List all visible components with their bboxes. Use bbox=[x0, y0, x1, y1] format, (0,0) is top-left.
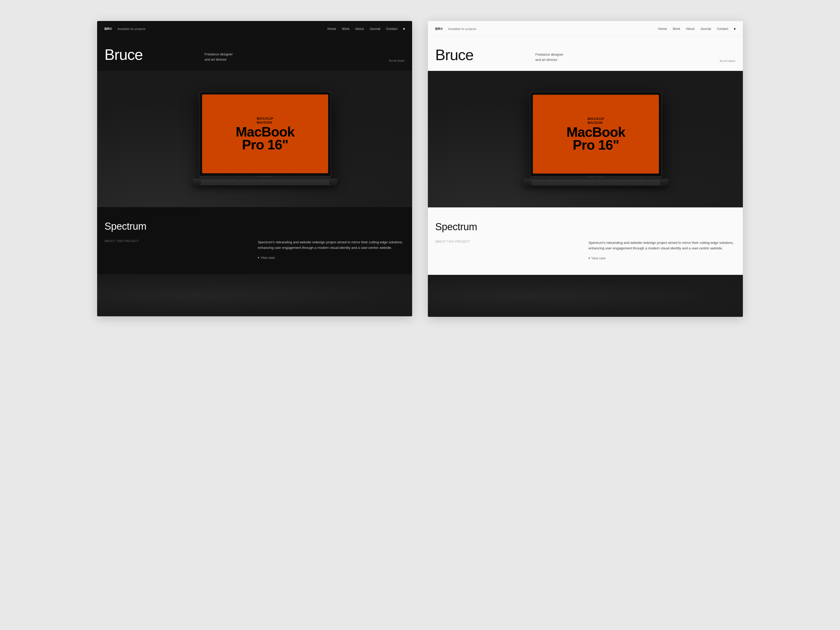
hero-light: Bruce Freelance designer and art directo… bbox=[428, 37, 743, 71]
nav-about-dark[interactable]: About bbox=[355, 27, 364, 31]
nav-work-dark[interactable]: Work bbox=[342, 27, 350, 31]
navbar-light: BR© Available for projects Home Work Abo… bbox=[428, 21, 743, 37]
laptop-keyboard-dark bbox=[201, 180, 330, 185]
laptop-screen-inner-light: MockupMaison MacBook Pro 16" bbox=[533, 95, 659, 174]
mockup-brand-dark: MockupMaison bbox=[257, 117, 273, 125]
laptop-base-dark bbox=[193, 178, 337, 186]
hero-dark: Bruce Freelance designer and art directo… bbox=[97, 36, 412, 71]
badge-light: Available for projects bbox=[448, 27, 477, 30]
scroll-hint-dark: Scroll down bbox=[305, 59, 405, 62]
laptop-keyboard-light bbox=[532, 180, 660, 185]
project-desc-light: Spectrum's rebranding and website redesi… bbox=[589, 240, 736, 251]
project-about-col-dark: About this project bbox=[104, 239, 251, 243]
nav-status-dot-light bbox=[734, 28, 736, 30]
hero-name-light: Bruce bbox=[435, 47, 535, 63]
mockup-title2-dark: Pro 16" bbox=[242, 138, 288, 151]
dark-card: BR© Available for projects Home Work Abo… bbox=[97, 21, 412, 316]
project-name-dark: Spectrum bbox=[104, 221, 405, 232]
light-card: BR© Available for projects Home Work Abo… bbox=[428, 21, 743, 317]
hero-subtitle-light: Freelance designer and art director bbox=[535, 52, 635, 63]
view-case-dot-dark bbox=[258, 257, 259, 258]
nav-status-dot-dark bbox=[403, 28, 405, 30]
badge-dark: Available for projects bbox=[118, 27, 146, 30]
project-desc-dark: Spectrum's rebranding and website redesi… bbox=[258, 239, 405, 251]
nav-about-light[interactable]: About bbox=[686, 27, 695, 31]
laptop-screen-inner-dark: MockupMaison MacBook Pro 16" bbox=[202, 95, 328, 173]
laptop-hinge-light bbox=[530, 176, 662, 179]
mockup-title2-light: Pro 16" bbox=[573, 139, 619, 152]
nav-contact-dark[interactable]: Contact bbox=[386, 27, 398, 31]
laptop-light: MockupMaison MacBook Pro 16" bbox=[530, 92, 662, 186]
nav-links-light: Home Work About Journal Contact bbox=[658, 27, 736, 31]
project-meta-row-dark: About this project Spectrum's rebranding… bbox=[104, 239, 405, 260]
navbar-dark: BR© Available for projects Home Work Abo… bbox=[97, 21, 412, 36]
mockup-brand-light: MockupMaison bbox=[587, 117, 604, 125]
mockup-title-dark: MacBook bbox=[236, 125, 295, 138]
laptop-screen-outer-dark: MockupMaison MacBook Pro 16" bbox=[199, 92, 331, 176]
bottom-strip-light bbox=[428, 275, 743, 317]
laptop-hinge-dark bbox=[199, 176, 331, 178]
mockup-bg-light: MockupMaison MacBook Pro 16" bbox=[428, 71, 743, 207]
nav-journal-dark[interactable]: Journal bbox=[369, 27, 381, 31]
laptop-screen-outer-light: MockupMaison MacBook Pro 16" bbox=[530, 92, 662, 176]
hero-name-dark: Bruce bbox=[104, 47, 204, 62]
bottom-shadow-light2 bbox=[428, 275, 743, 317]
project-meta-row-light: About this project Spectrum's rebranding… bbox=[435, 240, 736, 260]
nav-work-light[interactable]: Work bbox=[673, 27, 681, 31]
logo-light: BR© bbox=[435, 27, 443, 31]
mockup-area-dark: MockupMaison MacBook Pro 16" bbox=[97, 71, 412, 207]
bottom-strip-dark bbox=[97, 274, 412, 316]
mockup-area-light: MockupMaison MacBook Pro 16" bbox=[428, 71, 743, 207]
project-about-label-dark: About this project bbox=[104, 239, 251, 243]
project-section-light: Spectrum About this project Spectrum's r… bbox=[428, 207, 743, 275]
laptop-base-light bbox=[524, 179, 668, 186]
nav-home-light[interactable]: Home bbox=[658, 27, 667, 31]
nav-left-light: BR© Available for projects bbox=[435, 27, 476, 31]
nav-journal-light[interactable]: Journal bbox=[700, 27, 711, 31]
project-name-light: Spectrum bbox=[435, 221, 736, 232]
view-case-light[interactable]: View case bbox=[589, 256, 736, 260]
nav-links-dark: Home Work About Journal Contact bbox=[328, 27, 405, 31]
bottom-shadow-dark bbox=[97, 274, 412, 316]
view-case-label-dark: View case bbox=[261, 256, 275, 260]
laptop-dark: MockupMaison MacBook Pro 16" bbox=[199, 92, 331, 186]
logo-dark: BR© bbox=[104, 27, 112, 31]
mockup-title-light: MacBook bbox=[567, 126, 625, 139]
project-section-dark: Spectrum About this project Spectrum's r… bbox=[97, 207, 412, 274]
project-desc-col-light: Spectrum's rebranding and website redesi… bbox=[589, 240, 736, 260]
nav-left-dark: BR© Available for projects bbox=[104, 27, 145, 31]
view-case-dark[interactable]: View case bbox=[258, 256, 405, 260]
view-case-dot-light bbox=[589, 257, 590, 259]
mockup-bg-dark: MockupMaison MacBook Pro 16" bbox=[97, 71, 412, 207]
hero-subtitle-dark: Freelance designer and art director bbox=[204, 52, 305, 62]
project-about-col-light: About this project bbox=[435, 240, 582, 243]
project-about-label-light: About this project bbox=[435, 240, 582, 243]
nav-contact-light[interactable]: Contact bbox=[717, 27, 728, 31]
view-case-label-light: View case bbox=[591, 256, 606, 260]
nav-home-dark[interactable]: Home bbox=[328, 27, 336, 31]
scroll-hint-light: Scroll down bbox=[636, 59, 736, 63]
project-desc-col-dark: Spectrum's rebranding and website redesi… bbox=[258, 239, 405, 260]
